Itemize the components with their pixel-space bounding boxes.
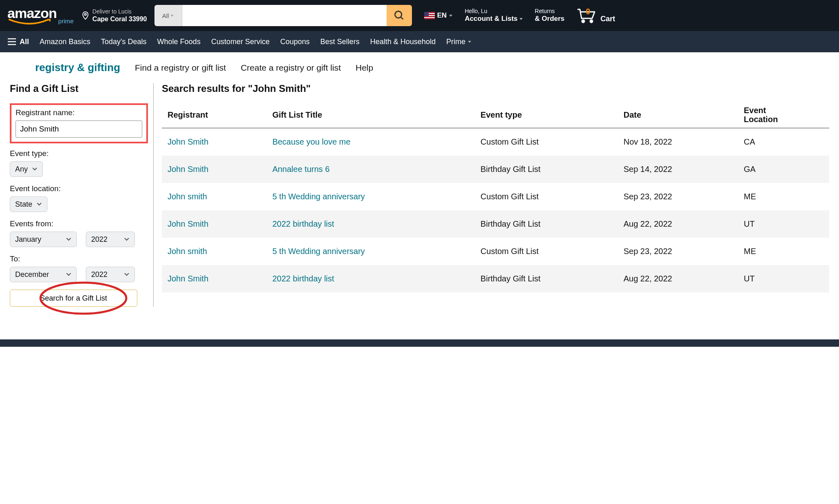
date-cell: Sep 14, 2022 [618,156,738,183]
registrant-label: Registrant name: [16,108,142,117]
search-category-dropdown[interactable]: All [154,5,182,26]
deliver-text: Deliver to Lucis Cape Coral 33990 [92,8,147,23]
account-menu[interactable]: Hello, Lu Account & Lists [465,8,522,23]
regnav-find[interactable]: Find a registry or gift list [135,63,226,73]
language-selector[interactable]: EN [424,11,453,20]
col-location: Event Location [738,102,829,128]
registrant-link[interactable]: John Smith [168,219,208,228]
event-type-cell: Birthday Gift List [475,265,618,292]
event-type-select[interactable]: Any [10,161,43,177]
results-panel: Search results for "John Smith" Registra… [154,83,829,307]
returns-orders[interactable]: Returns & Orders [535,8,565,23]
flag-us-icon [424,12,435,19]
nav-prime-label: Prime [446,38,465,46]
nav-whole-foods[interactable]: Whole Foods [157,38,201,46]
nav-prime[interactable]: Prime [446,38,471,46]
logo-prime-text: prime [58,18,74,25]
main-content: Find a Gift List Registrant name: Event … [0,83,839,323]
nav-health-household[interactable]: Health & Household [370,38,436,46]
deliver-line2: Cape Coral 33990 [92,15,147,23]
registry-title[interactable]: registry & gifting [35,61,120,74]
results-table: Registrant Gift List Title Event type Da… [162,102,829,292]
registrant-link[interactable]: John smith [168,247,207,256]
registrant-link[interactable]: John Smith [168,165,208,174]
location-cell: UT [738,265,829,292]
registrant-link[interactable]: John Smith [168,274,208,283]
deliver-line1: Deliver to Lucis [92,8,147,15]
chevron-down-icon [124,237,130,241]
svg-line-2 [400,17,403,20]
search-button[interactable] [387,5,412,26]
caret-down-icon [519,18,523,20]
nav-todays-deals[interactable]: Today's Deals [101,38,147,46]
to-year-select[interactable]: 2022 [86,267,135,282]
location-cell: ME [738,238,829,265]
svg-point-1 [395,11,401,18]
location-cell: UT [738,210,829,238]
event-type-cell: Custom Gift List [475,128,618,156]
event-type-label: Event type: [10,149,145,158]
table-row: John Smith2022 birthday listBirthday Gif… [162,265,829,292]
table-row: John SmithBecause you love meCustom Gift… [162,128,829,156]
registrant-name-input[interactable] [16,120,142,138]
chevron-down-icon [66,237,72,241]
from-month-select[interactable]: January [10,232,77,247]
search-category-label: All [162,12,169,19]
event-type-cell: Birthday Gift List [475,156,618,183]
to-month-value: December [15,270,49,279]
sub-nav: All Amazon Basics Today's Deals Whole Fo… [0,31,839,52]
nav-all-label: All [20,38,29,46]
registrant-link[interactable]: John smith [168,192,207,201]
regnav-create[interactable]: Create a registry or gift list [241,63,341,73]
search-input[interactable] [182,5,387,26]
giftlist-title-link[interactable]: Annalee turns 6 [272,165,329,174]
returns-line1: Returns [535,8,565,15]
event-type-value: Any [15,165,28,174]
giftlist-title-link[interactable]: 2022 birthday list [272,219,334,228]
cart-label: Cart [600,15,615,23]
date-cell: Aug 22, 2022 [618,265,738,292]
top-header: amazon prime Deliver to Lucis Cape Coral… [0,0,839,31]
search-sidebar: Find a Gift List Registrant name: Event … [10,83,154,307]
location-cell: GA [738,156,829,183]
results-title: Search results for "John Smith" [162,83,829,94]
giftlist-title-link[interactable]: 2022 birthday list [272,274,334,283]
svg-point-0 [85,13,87,16]
hamburger-icon [7,38,16,45]
nav-amazon-basics[interactable]: Amazon Basics [40,38,90,46]
deliver-to[interactable]: Deliver to Lucis Cape Coral 33990 [81,8,147,23]
footer-bar [0,339,839,347]
cart[interactable]: 0 Cart [577,8,615,23]
col-registrant: Registrant [162,102,266,128]
giftlist-title-link[interactable]: Because you love me [272,137,350,146]
date-cell: Sep 23, 2022 [618,238,738,265]
logo-text: amazon [7,5,57,21]
location-cell: CA [738,128,829,156]
table-row: John smith5 th Wedding anniversaryCustom… [162,183,829,210]
from-month-value: January [15,235,41,244]
registry-nav: registry & gifting Find a registry or gi… [0,52,839,83]
chevron-down-icon [32,167,38,171]
nav-customer-service[interactable]: Customer Service [211,38,270,46]
date-cell: Nov 18, 2022 [618,128,738,156]
event-type-cell: Custom Gift List [475,238,618,265]
caret-down-icon [449,15,452,17]
to-year-value: 2022 [91,270,107,279]
nav-coupons[interactable]: Coupons [280,38,310,46]
nav-best-sellers[interactable]: Best Sellers [320,38,360,46]
nav-all[interactable]: All [7,38,29,46]
date-cell: Sep 23, 2022 [618,183,738,210]
search-giftlist-button[interactable]: Search for a Gift List [10,290,137,307]
giftlist-title-link[interactable]: 5 th Wedding anniversary [272,192,365,201]
registrant-link[interactable]: John Smith [168,137,208,146]
amazon-logo[interactable]: amazon prime [7,5,74,26]
to-month-select[interactable]: December [10,267,77,282]
col-event-type: Event type [475,102,618,128]
from-year-select[interactable]: 2022 [86,232,135,247]
event-location-select[interactable]: State [10,196,47,212]
regnav-help[interactable]: Help [356,63,373,73]
event-location-label: Event location: [10,184,145,193]
giftlist-title-link[interactable]: 5 th Wedding anniversary [272,247,365,256]
date-cell: Aug 22, 2022 [618,210,738,238]
table-row: John SmithAnnalee turns 6Birthday Gift L… [162,156,829,183]
